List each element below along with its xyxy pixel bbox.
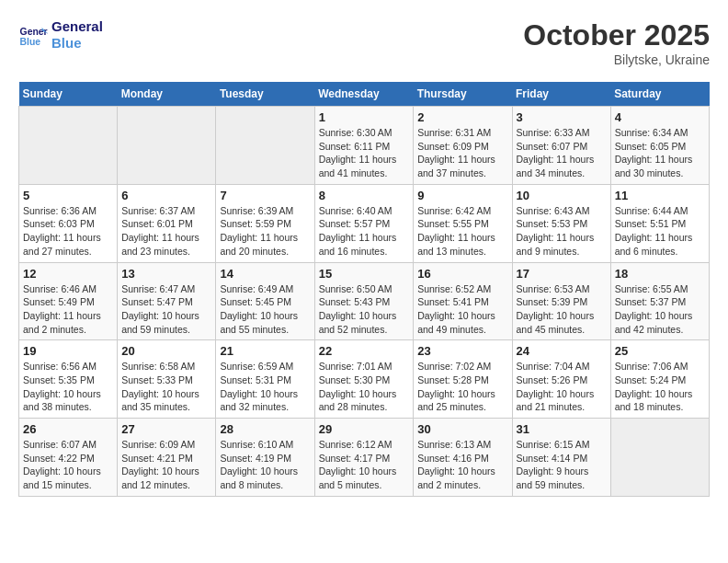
calendar-cell: 27Sunrise: 6:09 AM Sunset: 4:21 PM Dayli… xyxy=(118,419,216,497)
col-header-tuesday: Tuesday xyxy=(216,82,314,107)
col-header-friday: Friday xyxy=(512,82,610,107)
calendar-table: SundayMondayTuesdayWednesdayThursdayFrid… xyxy=(18,82,710,497)
calendar-cell: 31Sunrise: 6:15 AM Sunset: 4:14 PM Dayli… xyxy=(512,419,610,497)
day-number: 5 xyxy=(23,189,113,202)
calendar-cell: 17Sunrise: 6:53 AM Sunset: 5:39 PM Dayli… xyxy=(512,262,610,340)
day-info: Sunrise: 6:58 AM Sunset: 5:33 PM Dayligh… xyxy=(121,360,211,414)
calendar-cell: 28Sunrise: 6:10 AM Sunset: 4:19 PM Dayli… xyxy=(216,419,314,497)
calendar-cell xyxy=(610,419,709,497)
calendar-cell: 7Sunrise: 6:39 AM Sunset: 5:59 PM Daylig… xyxy=(216,184,314,262)
page-header: General Blue General Blue October 2025 B… xyxy=(18,18,710,67)
day-info: Sunrise: 6:12 AM Sunset: 4:17 PM Dayligh… xyxy=(319,438,410,492)
day-number: 1 xyxy=(319,110,410,124)
day-info: Sunrise: 6:15 AM Sunset: 4:14 PM Dayligh… xyxy=(517,438,607,492)
calendar-cell: 29Sunrise: 6:12 AM Sunset: 4:17 PM Dayli… xyxy=(314,419,414,497)
location-subtitle: Bilytske, Ukraine xyxy=(523,52,710,67)
day-info: Sunrise: 7:04 AM Sunset: 5:26 PM Dayligh… xyxy=(517,360,607,414)
day-number: 28 xyxy=(220,422,310,436)
calendar-cell xyxy=(216,107,314,185)
month-title: October 2025 xyxy=(523,18,710,52)
calendar-cell: 23Sunrise: 7:02 AM Sunset: 5:28 PM Dayli… xyxy=(414,340,512,419)
day-info: Sunrise: 6:09 AM Sunset: 4:21 PM Dayligh… xyxy=(121,438,211,492)
day-number: 8 xyxy=(319,189,410,202)
day-number: 7 xyxy=(220,189,310,202)
day-info: Sunrise: 6:49 AM Sunset: 5:45 PM Dayligh… xyxy=(220,282,310,337)
day-number: 30 xyxy=(417,422,507,436)
title-block: October 2025 Bilytske, Ukraine xyxy=(523,18,710,67)
col-header-sunday: Sunday xyxy=(19,82,118,107)
day-number: 4 xyxy=(615,110,705,124)
day-info: Sunrise: 6:30 AM Sunset: 6:11 PM Dayligh… xyxy=(319,126,410,180)
calendar-cell: 24Sunrise: 7:04 AM Sunset: 5:26 PM Dayli… xyxy=(512,340,610,419)
col-header-saturday: Saturday xyxy=(610,82,709,107)
logo-icon: General Blue xyxy=(18,20,48,50)
col-header-monday: Monday xyxy=(118,82,216,107)
day-number: 23 xyxy=(417,344,507,358)
calendar-cell: 26Sunrise: 6:07 AM Sunset: 4:22 PM Dayli… xyxy=(19,419,118,497)
calendar-cell: 18Sunrise: 6:55 AM Sunset: 5:37 PM Dayli… xyxy=(610,262,709,340)
calendar-cell: 8Sunrise: 6:40 AM Sunset: 5:57 PM Daylig… xyxy=(314,184,414,262)
day-number: 25 xyxy=(615,344,705,358)
day-number: 18 xyxy=(615,267,705,281)
day-number: 2 xyxy=(417,110,507,124)
calendar-cell: 5Sunrise: 6:36 AM Sunset: 6:03 PM Daylig… xyxy=(19,184,118,262)
day-number: 26 xyxy=(23,422,113,436)
calendar-cell: 19Sunrise: 6:56 AM Sunset: 5:35 PM Dayli… xyxy=(19,340,118,419)
calendar-cell: 15Sunrise: 6:50 AM Sunset: 5:43 PM Dayli… xyxy=(314,262,414,340)
calendar-cell: 22Sunrise: 7:01 AM Sunset: 5:30 PM Dayli… xyxy=(314,340,414,419)
day-number: 29 xyxy=(319,422,410,436)
day-info: Sunrise: 6:39 AM Sunset: 5:59 PM Dayligh… xyxy=(220,204,310,259)
day-info: Sunrise: 6:44 AM Sunset: 5:51 PM Dayligh… xyxy=(615,204,705,259)
day-number: 14 xyxy=(220,267,310,281)
day-info: Sunrise: 6:46 AM Sunset: 5:49 PM Dayligh… xyxy=(23,282,113,337)
calendar-cell: 6Sunrise: 6:37 AM Sunset: 6:01 PM Daylig… xyxy=(118,184,216,262)
day-number: 3 xyxy=(517,110,607,124)
calendar-cell: 21Sunrise: 6:59 AM Sunset: 5:31 PM Dayli… xyxy=(216,340,314,419)
day-number: 24 xyxy=(517,344,607,358)
calendar-cell: 10Sunrise: 6:43 AM Sunset: 5:53 PM Dayli… xyxy=(512,184,610,262)
day-info: Sunrise: 6:37 AM Sunset: 6:01 PM Dayligh… xyxy=(121,204,211,259)
day-info: Sunrise: 6:34 AM Sunset: 6:05 PM Dayligh… xyxy=(615,126,705,180)
day-info: Sunrise: 6:07 AM Sunset: 4:22 PM Dayligh… xyxy=(23,438,113,492)
calendar-cell: 1Sunrise: 6:30 AM Sunset: 6:11 PM Daylig… xyxy=(314,107,414,185)
day-info: Sunrise: 6:55 AM Sunset: 5:37 PM Dayligh… xyxy=(615,282,705,337)
day-number: 22 xyxy=(319,344,410,358)
day-info: Sunrise: 7:02 AM Sunset: 5:28 PM Dayligh… xyxy=(417,360,507,414)
day-info: Sunrise: 6:13 AM Sunset: 4:16 PM Dayligh… xyxy=(417,438,507,492)
day-info: Sunrise: 7:06 AM Sunset: 5:24 PM Dayligh… xyxy=(615,360,705,414)
day-info: Sunrise: 6:52 AM Sunset: 5:41 PM Dayligh… xyxy=(417,282,507,337)
day-info: Sunrise: 6:10 AM Sunset: 4:19 PM Dayligh… xyxy=(220,438,310,492)
calendar-cell xyxy=(19,107,118,185)
day-info: Sunrise: 6:31 AM Sunset: 6:09 PM Dayligh… xyxy=(417,126,507,180)
day-number: 31 xyxy=(517,422,607,436)
day-info: Sunrise: 6:43 AM Sunset: 5:53 PM Dayligh… xyxy=(517,204,607,259)
calendar-cell: 25Sunrise: 7:06 AM Sunset: 5:24 PM Dayli… xyxy=(610,340,709,419)
calendar-cell: 3Sunrise: 6:33 AM Sunset: 6:07 PM Daylig… xyxy=(512,107,610,185)
day-number: 20 xyxy=(121,344,211,358)
day-number: 11 xyxy=(615,189,705,202)
day-info: Sunrise: 6:53 AM Sunset: 5:39 PM Dayligh… xyxy=(517,282,607,337)
day-info: Sunrise: 6:56 AM Sunset: 5:35 PM Dayligh… xyxy=(23,360,113,414)
calendar-cell: 13Sunrise: 6:47 AM Sunset: 5:47 PM Dayli… xyxy=(118,262,216,340)
day-number: 6 xyxy=(121,189,211,202)
day-info: Sunrise: 6:36 AM Sunset: 6:03 PM Dayligh… xyxy=(23,204,113,259)
calendar-cell: 20Sunrise: 6:58 AM Sunset: 5:33 PM Dayli… xyxy=(118,340,216,419)
day-number: 12 xyxy=(23,267,113,281)
col-header-wednesday: Wednesday xyxy=(314,82,414,107)
calendar-cell: 16Sunrise: 6:52 AM Sunset: 5:41 PM Dayli… xyxy=(414,262,512,340)
calendar-cell: 30Sunrise: 6:13 AM Sunset: 4:16 PM Dayli… xyxy=(414,419,512,497)
calendar-cell xyxy=(118,107,216,185)
calendar-cell: 2Sunrise: 6:31 AM Sunset: 6:09 PM Daylig… xyxy=(414,107,512,185)
day-info: Sunrise: 6:33 AM Sunset: 6:07 PM Dayligh… xyxy=(517,126,607,180)
day-number: 19 xyxy=(23,344,113,358)
day-number: 27 xyxy=(121,422,211,436)
day-info: Sunrise: 6:59 AM Sunset: 5:31 PM Dayligh… xyxy=(220,360,310,414)
day-number: 10 xyxy=(517,189,607,202)
logo: General Blue General Blue xyxy=(18,18,103,52)
svg-text:General: General xyxy=(20,27,48,37)
calendar-cell: 14Sunrise: 6:49 AM Sunset: 5:45 PM Dayli… xyxy=(216,262,314,340)
calendar-cell: 11Sunrise: 6:44 AM Sunset: 5:51 PM Dayli… xyxy=(610,184,709,262)
day-number: 17 xyxy=(517,267,607,281)
day-info: Sunrise: 6:50 AM Sunset: 5:43 PM Dayligh… xyxy=(319,282,410,337)
svg-text:Blue: Blue xyxy=(20,37,41,47)
